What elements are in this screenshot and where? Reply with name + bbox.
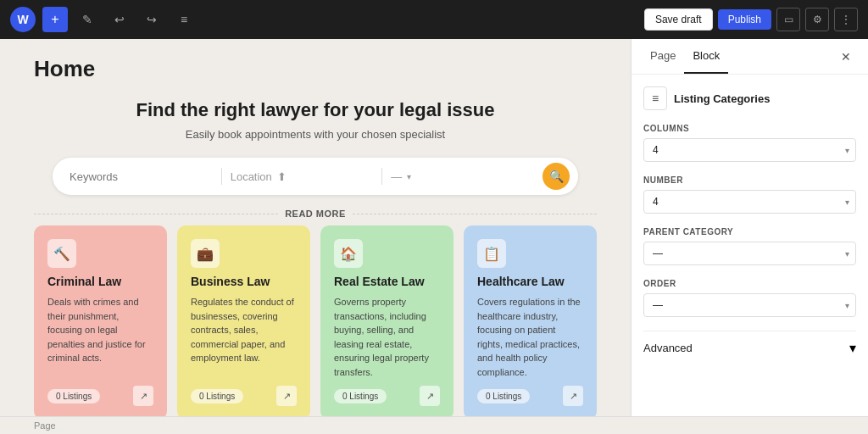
listing-categories-label: Listing Categories [674, 92, 770, 105]
search-bar: Location ⬆ — ▾ 🔍 [53, 158, 578, 195]
parent-category-select[interactable]: — [643, 242, 856, 265]
business-footer: 0 Listings ↗ [191, 386, 297, 406]
columns-label: COLUMNS [643, 124, 856, 133]
healthcare-arrow[interactable]: ↗ [563, 386, 583, 406]
criminal-icon: 🔨 [47, 239, 76, 268]
card-realestate: 🏠 Real Estate Law Governs property trans… [320, 225, 453, 416]
healthcare-listings: 0 Listings [477, 389, 530, 403]
hero-section: Find the right lawyer for your legal iss… [34, 99, 597, 141]
order-label: ORDER [643, 279, 856, 288]
cards-grid: 🔨 Criminal Law Deals with crimes and the… [34, 225, 597, 416]
order-field: ORDER — [643, 279, 856, 317]
tab-block[interactable]: Block [684, 39, 728, 74]
read-more-line-right [353, 214, 597, 214]
card-business: 💼 Business Law Regulates the conduct of … [177, 225, 310, 416]
hero-subtext: Easily book appointments with your chose… [34, 128, 597, 141]
business-listings: 0 Listings [191, 389, 243, 403]
preview-button[interactable]: ▭ [776, 8, 800, 31]
realestate-icon: 🏠 [334, 239, 363, 268]
search-icon: 🔍 [549, 170, 564, 183]
search-keywords-input[interactable] [61, 167, 221, 186]
hero-heading: Find the right lawyer for your legal iss… [34, 99, 597, 121]
dropdown-chevron-icon: ▾ [407, 172, 411, 181]
healthcare-icon: 📋 [477, 239, 506, 268]
advanced-section[interactable]: Advanced ▾ [643, 331, 856, 364]
panel-body: ≡ Listing Categories COLUMNS 4 NUMBER 4 [632, 75, 868, 376]
save-draft-button[interactable]: Save draft [644, 8, 713, 31]
number-label: NUMBER [643, 175, 856, 185]
wp-logo[interactable]: W [10, 7, 36, 32]
page-title: Home [34, 56, 597, 82]
order-select-wrapper: — [643, 293, 856, 317]
advanced-label: Advanced [643, 342, 693, 354]
order-select[interactable]: — [643, 293, 856, 317]
advanced-chevron-icon: ▾ [849, 340, 856, 356]
business-title: Business Law [191, 275, 297, 288]
columns-field: COLUMNS 4 [643, 124, 856, 162]
edit-button[interactable]: ✎ [75, 7, 100, 32]
page-footer-label: Page [0, 416, 868, 434]
listing-categories-icon: ≡ [643, 86, 667, 110]
add-block-button[interactable]: + [42, 7, 68, 32]
publish-button[interactable]: Publish [718, 9, 771, 30]
read-more-row: READ MORE [34, 209, 597, 219]
criminal-footer: 0 Listings ↗ [47, 386, 153, 406]
card-healthcare: 📋 Healthcare Law Covers regulations in t… [464, 225, 597, 416]
healthcare-desc: Covers regulations in the healthcare ind… [477, 295, 583, 379]
search-button[interactable]: 🔍 [542, 163, 570, 190]
realestate-listings: 0 Listings [334, 389, 387, 403]
tab-page[interactable]: Page [642, 39, 684, 74]
realestate-title: Real Estate Law [334, 275, 440, 288]
topbar-right: Save draft Publish ▭ ⚙ ⋮ [644, 8, 858, 31]
healthcare-title: Healthcare Law [477, 275, 583, 288]
redo-button[interactable]: ↪ [139, 7, 164, 32]
business-arrow[interactable]: ↗ [276, 386, 297, 406]
settings-button[interactable]: ⚙ [805, 8, 829, 31]
parent-category-field: PARENT CATEGORY — [643, 227, 856, 265]
parent-category-label: PARENT CATEGORY [643, 227, 856, 236]
criminal-arrow[interactable]: ↗ [133, 386, 153, 406]
panel-tabs: Page Block ✕ [632, 39, 868, 75]
healthcare-footer: 0 Listings ↗ [477, 386, 583, 406]
business-desc: Regulates the conduct of businesses, cov… [191, 295, 297, 379]
search-location-input[interactable]: Location ⬆ [222, 167, 382, 186]
undo-button[interactable]: ↩ [107, 7, 132, 32]
main-layout: Home Find the right lawyer for your lega… [0, 39, 868, 416]
number-field: NUMBER 4 [643, 175, 856, 214]
search-dropdown[interactable]: — ▾ [382, 167, 542, 186]
parent-category-select-wrapper: — [643, 242, 856, 265]
number-select-wrapper: 4 [643, 190, 856, 214]
location-icon: ⬆ [277, 170, 287, 183]
criminal-desc: Deals with crimes and their punishment, … [47, 295, 153, 379]
more-options-button[interactable]: ⋮ [834, 8, 858, 31]
topbar: W + ✎ ↩ ↪ ≡ Save draft Publish ▭ ⚙ ⋮ [0, 0, 868, 39]
realestate-arrow[interactable]: ↗ [420, 386, 440, 406]
panel-close-button[interactable]: ✕ [834, 43, 858, 70]
card-criminal: 🔨 Criminal Law Deals with crimes and the… [34, 225, 167, 416]
read-more-label[interactable]: READ MORE [285, 209, 346, 219]
criminal-title: Criminal Law [47, 275, 153, 288]
realestate-desc: Governs property transactions, including… [334, 295, 440, 379]
criminal-listings: 0 Listings [47, 389, 100, 403]
realestate-footer: 0 Listings ↗ [334, 386, 440, 406]
business-icon: 💼 [191, 239, 220, 268]
number-select[interactable]: 4 [643, 190, 856, 214]
editor-area: Home Find the right lawyer for your lega… [0, 39, 631, 416]
read-more-line-left [34, 214, 278, 214]
right-panel: Page Block ✕ ≡ Listing Categories COLUMN… [631, 39, 868, 416]
panel-block-header: ≡ Listing Categories [643, 86, 856, 110]
list-view-button[interactable]: ≡ [171, 7, 197, 32]
columns-select[interactable]: 4 [643, 138, 856, 162]
columns-select-wrapper: 4 [643, 138, 856, 162]
